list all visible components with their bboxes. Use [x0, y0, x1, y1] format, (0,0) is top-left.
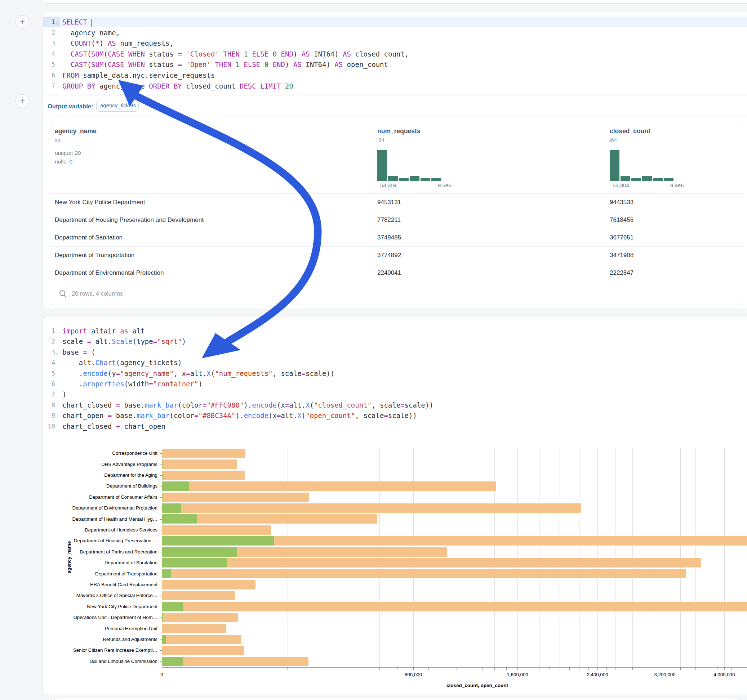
table-row[interactable]: New York City Police Department945313194…: [50, 193, 744, 211]
code-line[interactable]: 7): [43, 389, 747, 400]
gridline: [597, 448, 598, 667]
bar-closed-count: [162, 481, 496, 491]
x-axis-tick: [162, 668, 162, 670]
code-line[interactable]: 5 .encode(y="agency_name", x=alt.X("num_…: [43, 368, 747, 379]
x-axis-tick: [316, 668, 316, 670]
divider: [43, 116, 747, 116]
table-row[interactable]: Department of Housing Preservation and D…: [50, 211, 744, 229]
x-axis-tick: [251, 668, 251, 670]
x-axis-tick: [717, 668, 717, 670]
table-row[interactable]: Department of Transportation377489234719…: [50, 246, 744, 264]
table-cell: 3749485: [377, 234, 401, 241]
y-axis-label: Refunds and Adjustments: [103, 637, 157, 642]
line-number: 6: [43, 70, 55, 81]
y-axis-label: HRA Benefit Card Replacement: [90, 582, 157, 587]
table-cell: Department of Housing Preservation and D…: [55, 216, 204, 223]
table-cell: 3677651: [610, 234, 634, 241]
line-number: 4: [43, 48, 55, 59]
x-axis-tick: [615, 668, 615, 670]
x-axis-tick: [738, 668, 738, 670]
y-axis-label: New York City Police Department: [87, 604, 157, 609]
code-line[interactable]: 2scale = alt.Scale(type="sqrt"): [43, 336, 747, 347]
code-text: agency_name,: [62, 27, 120, 38]
code-line[interactable]: 8chart_closed = base.mark_bar(color="#FF…: [43, 400, 747, 410]
sql-cell: 1⌄SELECT 2 agency_name,3 COUNT(*) AS num…: [42, 12, 747, 309]
bar-closed-count: [162, 591, 235, 600]
y-axis-label: Taxi and Limousine Commission: [89, 659, 157, 664]
x-axis-tick: [443, 668, 443, 670]
x-axis-tick: [397, 668, 398, 670]
code-line[interactable]: 1import altair as alt: [43, 326, 747, 336]
gridline: [649, 448, 649, 667]
fold-chevron-icon[interactable]: ⌄: [56, 17, 61, 28]
code-line[interactable]: 10chart_closed + chart_open: [43, 421, 747, 432]
x-axis-tick: [606, 668, 607, 670]
code-text: SELECT: [62, 17, 92, 27]
code-line[interactable]: 6FROM sample_data.nyc.service_requests: [43, 70, 747, 81]
bar-closed-count: [162, 493, 309, 502]
code-line[interactable]: 6 .properties(width="container"): [43, 379, 747, 389]
code-line[interactable]: 5 CAST(SUM(CASE WHEN status = 'Open' THE…: [43, 59, 747, 70]
code-text: COUNT(*) AS num_requests,: [62, 38, 174, 48]
x-axis-tick: [680, 668, 681, 670]
line-number: 1: [43, 326, 55, 336]
x-axis-tick: [569, 668, 570, 670]
gridline: [724, 448, 725, 667]
x-axis-tick: [340, 668, 340, 670]
line-number: 4: [43, 357, 55, 368]
gridline: [380, 448, 380, 667]
code-line[interactable]: 7GROUP BY agency_name ORDER BY closed_co…: [43, 81, 747, 92]
code-text: scale = alt.Scale(type="sqrt"): [62, 336, 186, 347]
x-axis-tick: [649, 668, 649, 670]
y-axis-label: Department of Housing Preservation …: [74, 538, 157, 543]
y-axis-label: Correspondence Unit: [112, 451, 157, 456]
x-axis-tick-label: 0: [160, 672, 163, 677]
table-cell: Department of Environmental Protection: [55, 269, 163, 276]
code-text: .properties(width="container"): [62, 379, 203, 389]
sql-code-editor[interactable]: 1⌄SELECT 2 agency_name,3 COUNT(*) AS num…: [43, 17, 747, 93]
code-line[interactable]: 9chart_open = base.mark_bar(color="#8BC3…: [43, 410, 747, 421]
x-axis-tick: [413, 668, 414, 670]
table-row[interactable]: Department of Environmental Protection22…: [50, 264, 744, 282]
x-axis-tick-label: 2,400,000: [587, 672, 608, 677]
code-line[interactable]: 4 CAST(SUM(CASE WHEN status = 'Closed' T…: [43, 48, 747, 59]
search-icon[interactable]: [59, 290, 67, 298]
line-number: 7: [43, 389, 55, 400]
code-line[interactable]: 4 alt.Chart(agency_tickets): [43, 357, 747, 368]
code-text: CAST(SUM(CASE WHEN status = 'Closed' THE…: [62, 48, 409, 59]
y-axis-label: Department of Parks and Recreation: [80, 549, 157, 555]
bar-open-count: [162, 569, 171, 578]
code-line[interactable]: 2 agency_name,: [43, 27, 747, 38]
y-axis-label: Department of Sanitation: [104, 560, 157, 565]
table-cell: 7782211: [377, 216, 401, 223]
code-line[interactable]: 3⌄base = (: [43, 347, 747, 358]
bar-closed-count: [162, 459, 237, 469]
fold-chevron-icon[interactable]: ⌄: [56, 347, 61, 358]
line-number: 8: [43, 400, 55, 410]
x-axis-tick: [673, 668, 673, 670]
y-axis-label: Personal Exemption Unit: [105, 626, 157, 631]
x-axis-tick: [731, 668, 732, 670]
line-number: 1: [43, 17, 55, 27]
add-cell-button-output[interactable]: +: [15, 94, 29, 108]
table-row[interactable]: Department of Sanitation37494853677651: [50, 229, 744, 247]
y-axis-label: Department of Homeless Services: [85, 527, 157, 533]
code-text: chart_open = base.mark_bar(color="#8BC34…: [62, 410, 417, 421]
code-text: base = (: [62, 347, 95, 358]
bar-closed-count: [162, 503, 581, 513]
y-axis-label: Department of Buildings: [106, 483, 157, 489]
python-code-editor[interactable]: 1import altair as alt2scale = alt.Scale(…: [43, 326, 747, 433]
gridline: [579, 448, 579, 667]
line-number: 3: [43, 347, 55, 358]
previous-cell-edge: [42, 0, 747, 4]
gridline: [738, 448, 738, 667]
table-cell: 2240041: [377, 269, 401, 276]
add-cell-button-top[interactable]: +: [15, 15, 29, 29]
x-axis-tick: [287, 668, 288, 670]
line-number: 9: [43, 410, 55, 421]
code-line[interactable]: 3 COUNT(*) AS num_requests,: [43, 38, 747, 48]
code-line[interactable]: 1⌄SELECT: [43, 17, 747, 27]
bar-closed-count: [162, 569, 686, 578]
output-variable-pill[interactable]: agency_tickets: [96, 100, 139, 112]
x-axis-tick: [517, 668, 518, 670]
